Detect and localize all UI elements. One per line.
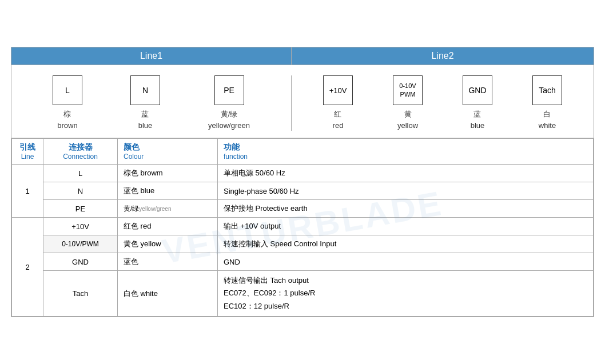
header-line-zh: 引线: [18, 142, 37, 153]
diagram-line2: +10V 红red 0-10VPWM 黄yellow GND 蓝blue Tac…: [292, 75, 594, 131]
function-GND: GND: [218, 253, 594, 271]
connector-box-10V: +10V: [323, 75, 353, 105]
function-Tach: 转速信号输出 Tach output EC072、EC092：1 pulse/R…: [218, 271, 594, 316]
table-row: 1 L 棕色 browm 单相电源 50/60 Hz: [12, 165, 594, 182]
table-row: 0-10V/PWM 黄色 yellow 转速控制输入 Speed Control…: [12, 235, 594, 253]
connector-Tach: Tach 白white: [532, 75, 562, 131]
connection-N: N: [43, 182, 118, 200]
connection-10V: +10V: [43, 218, 118, 235]
connection-PWM: 0-10V/PWM: [43, 235, 118, 253]
header-colour: 颜色 Colour: [118, 139, 218, 165]
connector-label-10V: 红red: [333, 109, 344, 131]
connector-box-PE: PE: [214, 75, 244, 105]
main-container: Line1 Line2 L 棕brown N 蓝blue PE 黄/绿yello…: [11, 47, 594, 317]
connector-box-Tach: Tach: [532, 75, 562, 105]
data-table: 引线 Line 连接器 Connection 颜色 Colour 功能 func…: [11, 138, 594, 316]
connector-box-GND: GND: [463, 75, 492, 105]
colour-PWM: 黄色 yellow: [118, 235, 218, 253]
connector-PWM: 0-10VPWM 黄yellow: [393, 75, 423, 131]
connector-PE: PE 黄/绿yellow/green: [208, 75, 250, 131]
colour-PE: 黄/绿yellow/green: [118, 200, 218, 218]
table-row: Tach 白色 white 转速信号输出 Tach output EC072、E…: [12, 271, 594, 316]
header-connection: 连接器 Connection: [43, 139, 118, 165]
function-10V: 输出 +10V output: [218, 218, 594, 235]
header-line2: Line2: [292, 47, 594, 65]
connection-GND: GND: [43, 253, 118, 271]
connector-GND: GND 蓝blue: [463, 75, 492, 131]
connector-L: L 棕brown: [53, 75, 82, 131]
table-row: N 蓝色 blue Single-phase 50/60 Hz: [12, 182, 594, 200]
connector-label-GND: 蓝blue: [471, 109, 485, 131]
connector-label-PWM: 黄yellow: [397, 109, 418, 131]
diagram-line1: L 棕brown N 蓝blue PE 黄/绿yellow/green: [11, 75, 292, 131]
colour-10V: 红色 red: [118, 218, 218, 235]
connector-10V: +10V 红red: [323, 75, 353, 131]
table-row: 2 +10V 红色 red 输出 +10V output: [12, 218, 594, 235]
header-connection-en: Connection: [49, 153, 112, 161]
connector-box-N: N: [130, 75, 160, 105]
diagram-row: L 棕brown N 蓝blue PE 黄/绿yellow/green +10V…: [11, 65, 594, 138]
header-colour-zh: 颜色: [124, 142, 212, 153]
connector-label-N: 蓝blue: [138, 109, 153, 131]
connector-box-L: L: [53, 75, 82, 105]
header-function: 功能 function: [218, 139, 594, 165]
header-connection-zh: 连接器: [49, 142, 112, 153]
header-line1: Line1: [11, 47, 292, 65]
header-colour-en: Colour: [124, 153, 212, 161]
connection-L: L: [43, 165, 118, 182]
function-L: 单相电源 50/60 Hz: [218, 165, 594, 182]
table-row: PE 黄/绿yellow/green 保护接地 Protective earth: [12, 200, 594, 218]
header-row: Line1 Line2: [11, 47, 594, 65]
header-function-en: function: [224, 153, 587, 161]
table-wrapper: VENTURBLADE 引线 Line 连接器 Connection 颜色 Co…: [11, 138, 594, 316]
function-PWM: 转速控制输入 Speed Control Input: [218, 235, 594, 253]
line-number-1: 1: [12, 165, 43, 218]
function-PE: 保护接地 Protective earth: [218, 200, 594, 218]
connector-label-L: 棕brown: [57, 109, 77, 131]
function-N: Single-phase 50/60 Hz: [218, 182, 594, 200]
table-row: GND 蓝色 GND: [12, 253, 594, 271]
connection-PE: PE: [43, 200, 118, 218]
colour-Tach: 白色 white: [118, 271, 218, 316]
connector-box-PWM: 0-10VPWM: [393, 75, 423, 105]
table-header-row: 引线 Line 连接器 Connection 颜色 Colour 功能 func…: [12, 139, 594, 165]
line-number-2: 2: [12, 218, 43, 316]
connector-label-Tach: 白white: [539, 109, 556, 131]
header-line: 引线 Line: [12, 139, 43, 165]
header-function-zh: 功能: [224, 142, 587, 153]
connector-label-PE: 黄/绿yellow/green: [208, 109, 250, 131]
colour-N: 蓝色 blue: [118, 182, 218, 200]
colour-GND: 蓝色: [118, 253, 218, 271]
connection-Tach: Tach: [43, 271, 118, 316]
header-line-en: Line: [18, 153, 37, 161]
colour-L: 棕色 browm: [118, 165, 218, 182]
connector-N: N 蓝blue: [130, 75, 160, 131]
